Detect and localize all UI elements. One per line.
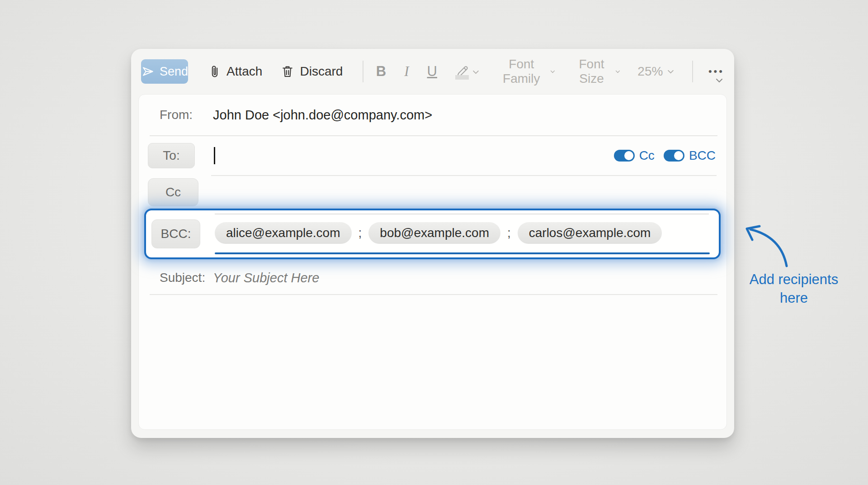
from-value: John Doe <john.doe@company.com> (213, 108, 432, 123)
chevron-down-icon (550, 69, 555, 74)
subject-input-placeholder[interactable]: Your Subject Here (213, 271, 319, 285)
annotation-arrow-icon (741, 223, 790, 268)
chevron-down-icon (615, 69, 620, 74)
cc-toggle-label: Cc (639, 148, 655, 163)
font-size-dropdown[interactable]: Font Size (572, 57, 621, 86)
send-plane-icon (141, 65, 155, 78)
subject-label: Subject: (160, 271, 205, 285)
font-size-label: Font Size (572, 57, 611, 86)
trash-icon (281, 65, 294, 78)
from-row: From: John Doe <john.doe@company.com> (139, 95, 726, 135)
bcc-toggle[interactable] (664, 150, 684, 162)
attach-label: Attach (226, 64, 262, 79)
bcc-toggle-label: BCC (689, 148, 716, 163)
zoom-value: 25% (637, 64, 663, 79)
toolbar-divider (363, 61, 363, 82)
to-label-button[interactable]: To: (148, 143, 195, 168)
annotation-text: Add recipients here (732, 270, 855, 307)
send-button[interactable]: Send (141, 59, 188, 84)
pen-color-swatch (455, 75, 469, 80)
paperclip-icon (209, 65, 221, 78)
attach-button[interactable]: Attach (209, 64, 262, 79)
annotation-line-1: Add recipients (750, 271, 838, 287)
bcc-focus-underline (215, 252, 710, 254)
toolbar-divider (692, 61, 693, 82)
recipient-chip[interactable]: bob@example.com (368, 222, 500, 244)
font-family-label: Font Family (497, 57, 546, 86)
message-panel: From: John Doe <john.doe@company.com> To… (138, 94, 727, 430)
bcc-recipient-chips: alice@example.com ; bob@example.com ; ca… (215, 222, 662, 244)
bcc-field-highlighted[interactable]: BCC: alice@example.com ; bob@example.com… (144, 209, 721, 259)
recipient-chip[interactable]: alice@example.com (215, 222, 352, 244)
collapse-ribbon-chevron-icon[interactable] (715, 78, 723, 83)
chip-separator: ; (507, 226, 511, 240)
italic-button[interactable]: I (404, 63, 409, 80)
chevron-down-icon (472, 70, 479, 75)
compose-window: Send Attach Discard B I U (131, 49, 734, 438)
subject-row[interactable]: Subject: Your Subject Here (139, 262, 726, 294)
chevron-down-icon (667, 69, 674, 74)
highlight-pen-button[interactable] (455, 64, 479, 79)
cc-toggle[interactable] (614, 150, 635, 162)
toggle-knob (674, 151, 683, 160)
annotation-line-2: here (780, 290, 808, 306)
recipient-chip[interactable]: carlos@example.com (518, 222, 662, 244)
more-options-button[interactable]: ••• (708, 66, 724, 77)
bcc-top-hairline (215, 214, 709, 214)
compose-toolbar: Send Attach Discard B I U (131, 49, 734, 94)
zoom-dropdown[interactable]: 25% (637, 64, 674, 79)
cc-label-button[interactable]: Cc (148, 178, 198, 206)
message-body[interactable] (139, 295, 726, 429)
cc-row[interactable]: Cc (139, 175, 726, 209)
underline-button[interactable]: U (427, 63, 437, 80)
send-label: Send (160, 65, 188, 79)
recipient-toggles: Cc BCC (614, 148, 716, 163)
toggle-knob (624, 151, 633, 160)
bold-button[interactable]: B (376, 63, 386, 80)
bcc-label-button[interactable]: BCC: (151, 219, 200, 248)
discard-button[interactable]: Discard (281, 64, 343, 79)
discard-label: Discard (300, 64, 343, 79)
font-family-dropdown[interactable]: Font Family (497, 57, 555, 86)
to-row[interactable]: To: Cc BCC (139, 136, 726, 175)
chip-separator: ; (359, 226, 362, 240)
text-cursor (214, 147, 215, 164)
from-label: From: (160, 108, 193, 122)
